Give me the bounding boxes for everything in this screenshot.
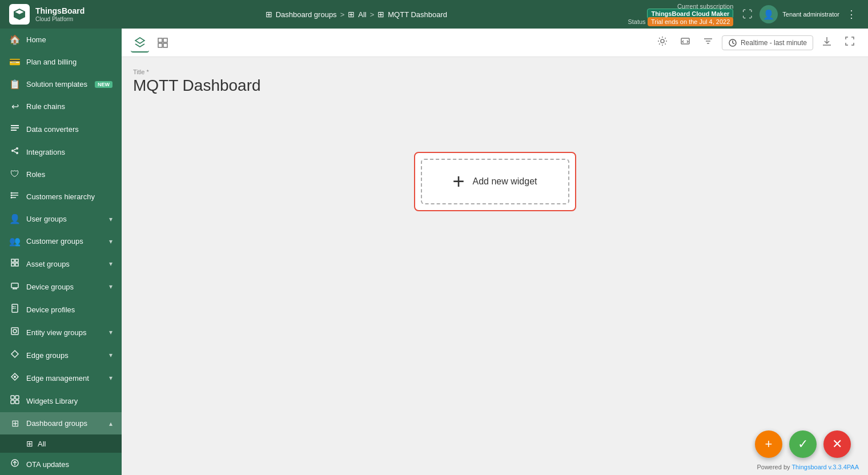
svg-point-43 [661, 39, 664, 43]
breadcrumb-mqtt[interactable]: ⊞ MQTT Dashboard [377, 10, 447, 19]
svg-rect-17 [15, 263, 18, 266]
fab-check-button[interactable]: ✓ [789, 430, 817, 458]
sidebar-item-dashboard-groups[interactable]: ⊞ Dashboard groups ▴ [0, 412, 122, 434]
dashboard-toolbar: Realtime - last minute [122, 29, 868, 57]
widgets-library-icon [9, 395, 21, 406]
customer-groups-icon: 👥 [9, 236, 21, 247]
sidebar-customer-groups-label: Customer groups [26, 237, 83, 245]
customers-hierarchy-icon [9, 191, 21, 202]
sidebar-item-rule-chains[interactable]: ↩ Rule chains [0, 95, 122, 118]
top-header: ThingsBoard Cloud Platform ⊞ Dashboard g… [0, 0, 868, 29]
svg-point-31 [14, 376, 16, 378]
sidebar-item-asset-groups[interactable]: Asset groups ▾ [0, 252, 122, 275]
sub-all-icon: ⊞ [26, 439, 33, 448]
tenant-info: Tenant administrator [782, 11, 839, 18]
sidebar-item-solution-templates[interactable]: 📋 Solution templates NEW [0, 73, 122, 95]
realtime-selector[interactable]: Realtime - last minute [722, 35, 813, 50]
header-right: Current subscription ThingsBoard Cloud M… [628, 3, 859, 26]
sidebar-edge-groups-label: Edge groups [26, 351, 69, 360]
sidebar-dashboard-groups-label: Dashboard groups [26, 419, 87, 428]
layers-toolbar-button[interactable] [131, 33, 149, 53]
embed-toolbar-button[interactable] [676, 32, 694, 53]
fullscreen-toolbar-button[interactable] [841, 32, 859, 53]
main-layout: 🏠 Home 💳 Plan and billing 📋 Solution tem… [0, 29, 868, 475]
powered-by: Powered by Thingsboard v.3.3.4PAA [757, 464, 859, 470]
sidebar-item-user-groups[interactable]: 👤 User groups ▾ [0, 208, 122, 230]
breadcrumb-all-label: All [358, 10, 366, 19]
widget-area: + Add new widget [133, 152, 857, 211]
sidebar-item-ota-updates[interactable]: OTA updates [0, 453, 122, 475]
more-options-button[interactable]: ⋮ [844, 6, 859, 23]
sidebar-item-widgets-library[interactable]: Widgets Library [0, 389, 122, 412]
new-badge: NEW [95, 81, 112, 88]
sidebar-asset-groups-label: Asset groups [26, 260, 70, 268]
fab-add-button[interactable]: + [755, 430, 782, 458]
all-icon: ⊞ [348, 10, 355, 19]
edge-groups-icon [9, 349, 21, 361]
sidebar-plan-billing-label: Plan and billing [26, 58, 77, 66]
sidebar-sub-all-label: All [38, 440, 46, 448]
fullscreen-button[interactable]: ⛶ [740, 6, 755, 23]
sidebar-widgets-library-label: Widgets Library [26, 397, 78, 405]
sidebar-sub-item-all[interactable]: ⊞ All [0, 434, 122, 453]
sidebar-item-edge-management[interactable]: Edge management ▾ [0, 367, 122, 389]
sidebar-device-profiles-label: Device profiles [26, 305, 75, 314]
subscription-label: Current subscription [628, 3, 733, 10]
download-toolbar-button[interactable] [818, 32, 836, 53]
add-widget-plus-icon: + [453, 170, 465, 194]
sidebar: 🏠 Home 💳 Plan and billing 📋 Solution tem… [0, 29, 122, 475]
toolbar-left [131, 33, 172, 53]
header-icons: ⛶ 👤 Tenant administrator ⋮ [740, 5, 859, 23]
user-avatar-button[interactable]: 👤 [760, 5, 778, 23]
sidebar-item-entity-view-groups[interactable]: Entity view groups ▾ [0, 321, 122, 344]
fab-close-button[interactable]: ✕ [823, 430, 851, 458]
sidebar-home-label: Home [26, 35, 46, 44]
add-widget-button[interactable]: + Add new widget [421, 159, 569, 204]
sidebar-item-device-groups[interactable]: Device groups ▾ [0, 275, 122, 298]
filter-toolbar-button[interactable] [699, 32, 717, 53]
thingsboard-link[interactable]: Thingsboard v.3.3.4PAA [791, 464, 859, 470]
svg-rect-1 [11, 127, 19, 128]
svg-rect-27 [11, 328, 18, 335]
sidebar-integrations-label: Integrations [26, 148, 65, 156]
svg-line-6 [14, 149, 16, 150]
svg-point-11 [11, 192, 13, 194]
realtime-label: Realtime - last minute [741, 39, 807, 47]
toolbar-right: Realtime - last minute [653, 32, 859, 53]
edge-management-chevron: ▾ [109, 374, 112, 382]
sidebar-item-edge-groups[interactable]: Edge groups ▾ [0, 344, 122, 367]
breadcrumb-mqtt-label: MQTT Dashboard [388, 10, 447, 19]
svg-marker-29 [11, 351, 18, 357]
sidebar-device-groups-label: Device groups [26, 283, 74, 291]
sidebar-item-data-converters[interactable]: Data converters [0, 118, 122, 140]
sidebar-item-plan-billing[interactable]: 💳 Plan and billing [0, 51, 122, 73]
settings-toolbar-button[interactable] [653, 32, 672, 53]
app-subtitle: Cloud Platform [35, 16, 85, 22]
rule-chains-icon: ↩ [9, 101, 21, 112]
svg-rect-2 [11, 130, 17, 131]
svg-rect-14 [11, 259, 14, 262]
breadcrumb-all[interactable]: ⊞ All [348, 10, 366, 19]
sidebar-item-device-profiles[interactable]: Device profiles [0, 298, 122, 321]
svg-rect-18 [11, 283, 18, 288]
sidebar-item-roles[interactable]: 🛡 Roles [0, 163, 122, 185]
grid-toolbar-button[interactable] [154, 34, 172, 52]
sidebar-item-integrations[interactable]: Integrations [0, 140, 122, 163]
dashboard-title-area: Title * MQTT Dashboard [133, 69, 857, 95]
sidebar-item-customer-groups[interactable]: 👥 Customer groups ▾ [0, 230, 122, 252]
svg-rect-42 [163, 43, 167, 47]
svg-rect-15 [15, 259, 18, 262]
title-label: Title * [133, 69, 857, 75]
fab-area: + ✓ ✕ [755, 430, 851, 458]
breadcrumb-dashboard-groups[interactable]: ⊞ Dashboard groups [266, 10, 337, 19]
add-widget-text: Add new widget [473, 176, 537, 187]
logo-text-area: ThingsBoard Cloud Platform [35, 6, 85, 22]
sidebar-item-customers-hierarchy[interactable]: Customers hierarchy [0, 185, 122, 208]
breadcrumb-sep-2: > [370, 10, 375, 19]
sidebar-item-home[interactable]: 🏠 Home [0, 29, 122, 51]
user-groups-icon: 👤 [9, 214, 21, 224]
dashboard-groups-sidebar-icon: ⊞ [9, 418, 21, 429]
status-badge: Trial ends on the Jul 4, 2022 [648, 17, 733, 26]
svg-rect-41 [158, 43, 162, 47]
svg-rect-16 [11, 263, 14, 266]
